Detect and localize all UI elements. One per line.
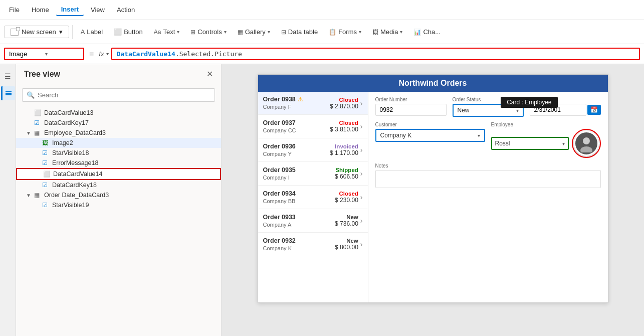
order-item-0933[interactable]: Order 0933 Company A New $ 736.00 ›: [258, 209, 368, 233]
menu-view[interactable]: View: [86, 4, 110, 16]
order-chevron-icon: ›: [360, 99, 363, 107]
order-right: Shipped $ 606.50: [335, 167, 358, 180]
search-box[interactable]: 🔍: [22, 88, 215, 102]
tree-item-errormessage18[interactable]: ☑ ErrorMessage18: [16, 158, 221, 168]
order-item-0935[interactable]: Order 0935 Company I Shipped $ 606.50 ›: [258, 162, 368, 186]
hamburger-menu-button[interactable]: ☰: [1, 69, 15, 83]
controls-button[interactable]: ⊞ Controls ▾: [185, 26, 231, 38]
forms-btn-text: Forms: [338, 28, 357, 36]
main-layout: ☰ Tree view ✕ 🔍: [0, 64, 644, 336]
order-item-0934[interactable]: Order 0934 Company BB Closed $ 230.00 ›: [258, 186, 368, 209]
tree-item-starvisible19[interactable]: ☑ StarVisible19: [16, 200, 221, 210]
order-number: Order 0933: [263, 214, 296, 221]
collapse-arrow-icon: ▼: [26, 130, 32, 136]
order-amount: $ 736.00: [335, 220, 358, 227]
tree-item-datacardvalue14[interactable]: ⬜ DataCardValue14: [16, 168, 221, 180]
order-item-0938[interactable]: Order 0938 ⚠ Company F Closed $ 2,870.00…: [258, 92, 368, 115]
tree-item-employee-datacard3[interactable]: ▼ ▦ Employee_DataCard3: [16, 128, 221, 138]
datatable-btn-text: Data table: [288, 28, 318, 36]
formula-normal: .Selected.Picture: [175, 50, 242, 58]
customer-label: Customer: [375, 122, 485, 127]
order-chevron-icon: ›: [360, 193, 363, 201]
gallery-button[interactable]: ▦ Gallery ▾: [233, 26, 275, 38]
tree-item-datacardvalue13[interactable]: ⬜ DataCardValue13: [16, 108, 221, 118]
layers-button[interactable]: [1, 86, 15, 100]
order-company: Company F: [263, 104, 292, 110]
calendar-icon[interactable]: 📅: [587, 105, 601, 115]
canvas-area: Northwind Orders Order 0938 ⚠ Company F: [222, 64, 644, 336]
order-amount: $ 1,170.00: [330, 149, 358, 156]
order-amount: $ 2,870.00: [330, 103, 358, 110]
employee-dropdown[interactable]: Rossl ▾: [491, 137, 569, 150]
media-button[interactable]: 🖼 Media ▾: [367, 26, 407, 38]
new-screen-button[interactable]: New screen ▾: [4, 26, 69, 38]
order-status: New: [335, 214, 358, 220]
menu-file[interactable]: File: [4, 4, 25, 16]
customer-select[interactable]: Company K ▾: [375, 129, 485, 142]
order-number: Order 0932: [263, 237, 296, 244]
label-icon: A: [81, 28, 85, 36]
check-icon: ☑: [42, 149, 50, 156]
tree-label: DataCardValue14: [53, 171, 102, 178]
tree-label: StarVisible19: [52, 202, 89, 209]
charts-button[interactable]: 📊 Cha...: [408, 26, 446, 38]
tree-item-datacardkey18[interactable]: ☑ DataCardKey18: [16, 180, 221, 190]
menu-home[interactable]: Home: [27, 4, 54, 16]
employee-field: Employee Rossl ▾: [491, 122, 601, 158]
formula-input-box[interactable]: DataCardValue14.Selected.Picture: [111, 48, 640, 60]
tree-label: Image2: [52, 139, 73, 146]
label-button[interactable]: A Label: [76, 26, 108, 38]
order-status: Shipped: [335, 167, 358, 173]
notes-input[interactable]: [375, 170, 601, 188]
avatar-image: [577, 134, 595, 152]
left-icon-strip: ☰: [0, 64, 16, 336]
tree-close-button[interactable]: ✕: [206, 69, 213, 79]
tree-item-image2[interactable]: 🖼 Image2: [16, 138, 221, 148]
order-info: Order 0936 Company Y: [263, 142, 328, 157]
forms-button[interactable]: 📋 Forms ▾: [324, 26, 366, 38]
order-item-0937[interactable]: Order 0937 Company CC Closed $ 3,810.00 …: [258, 115, 368, 138]
controls-chevron: ▾: [224, 29, 227, 35]
forms-chevron: ▾: [359, 29, 361, 35]
menu-insert[interactable]: Insert: [56, 4, 84, 16]
collapse-arrow-icon: ▼: [26, 193, 32, 198]
order-item-0936[interactable]: Order 0936 Company Y Invoiced $ 1,170.00…: [258, 138, 368, 162]
search-input[interactable]: [38, 91, 210, 99]
order-amount: $ 3,810.00: [330, 126, 358, 133]
svg-rect-2: [6, 91, 12, 92]
label-btn-text: Label: [87, 28, 103, 36]
check-icon: ☑: [42, 202, 50, 209]
menu-bar: File Home Insert View Action: [0, 0, 644, 20]
formula-selector[interactable]: Image ▾: [4, 48, 84, 60]
order-right: Closed $ 3,810.00: [330, 120, 358, 133]
order-item-0932[interactable]: Order 0932 Company K New $ 800.00 ›: [258, 233, 368, 256]
tree-label: DataCardKey18: [52, 182, 97, 189]
layers-icon: [5, 89, 13, 97]
new-screen-chevron: ▾: [59, 28, 63, 36]
text-button[interactable]: Aa Text ▾: [149, 26, 185, 38]
order-number-input[interactable]: [375, 104, 447, 116]
detail-row-1: Order Number Order Status New ▾ Paid Dat…: [375, 97, 601, 117]
order-status-value: New: [458, 107, 470, 114]
employee-label: Employee: [491, 122, 601, 127]
card-tooltip: Card : Employee: [501, 97, 557, 108]
order-number: Order 0937: [263, 119, 296, 126]
fx-icon: fx: [99, 50, 104, 58]
tree-body: ⬜ DataCardValue13 ☑ DataCardKey17 ▼ ▦ Em…: [16, 106, 221, 336]
tree-item-datacardkey17[interactable]: ☑ DataCardKey17: [16, 118, 221, 128]
order-status: Closed: [330, 97, 358, 103]
datatable-button[interactable]: ⊟ Data table: [276, 26, 323, 38]
order-chevron-icon: ›: [360, 170, 363, 178]
app-body: Order 0938 ⚠ Company F Closed $ 2,870.00…: [258, 92, 608, 302]
button-button[interactable]: ⬜ Button: [109, 26, 148, 38]
tree-label: Order Date_DataCard3: [44, 192, 109, 199]
formula-bar: Image ▾ = fx ▾ DataCardValue14.Selected.…: [0, 44, 644, 64]
gallery-icon: ▦: [238, 29, 243, 36]
order-chevron-icon: ›: [360, 122, 363, 130]
order-company: Company K: [263, 245, 292, 251]
tree-item-orderdate-datacard3[interactable]: ▼ ▦ Order Date_DataCard3: [16, 190, 221, 200]
menu-action[interactable]: Action: [112, 4, 140, 16]
tree-view-header: Tree view ✕: [16, 64, 221, 84]
tree-item-starvisible18[interactable]: ☑ StarVisible18: [16, 148, 221, 158]
formula-fx-area: fx ▾: [99, 50, 108, 58]
